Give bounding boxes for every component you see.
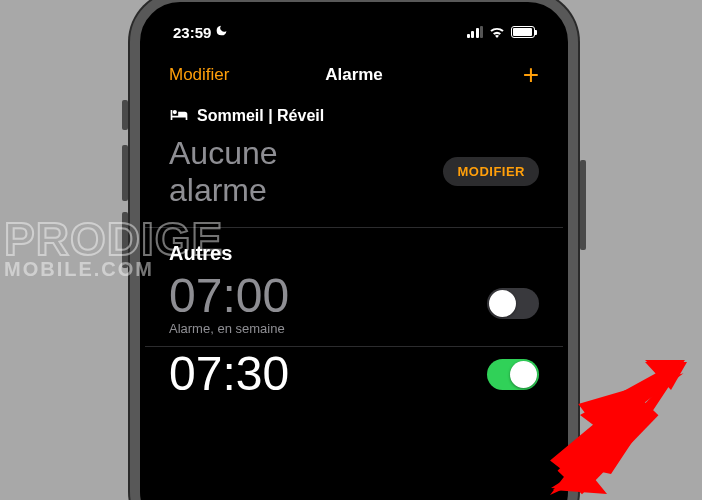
volume-down-button <box>122 212 128 268</box>
svg-marker-2 <box>645 360 685 382</box>
cellular-signal-icon <box>467 26 484 38</box>
bed-icon <box>169 108 189 125</box>
volume-up-button <box>122 145 128 201</box>
sleep-alarm-row: Aucune alarme MODIFIER <box>145 131 563 228</box>
wifi-icon <box>489 24 505 41</box>
alarm-toggle[interactable] <box>487 288 539 319</box>
alarm-toggle[interactable] <box>487 359 539 390</box>
battery-icon <box>511 26 535 38</box>
sleep-section-header: Sommeil | Réveil <box>145 99 563 131</box>
add-alarm-button[interactable]: + <box>523 61 539 89</box>
power-button <box>580 160 586 250</box>
svg-marker-3 <box>645 362 687 390</box>
sleep-section-label: Sommeil | Réveil <box>197 107 324 125</box>
alarm-time: 07:00 <box>169 271 289 321</box>
nav-bar: Modifier Alarme + <box>145 47 563 99</box>
modify-sleep-button[interactable]: MODIFIER <box>443 157 539 186</box>
screen: 23:59 Modifier Alarme + <box>145 7 563 500</box>
notch <box>259 7 449 35</box>
alarm-time: 07:30 <box>169 349 289 399</box>
no-alarm-text: Aucune alarme <box>169 135 278 209</box>
status-time: 23:59 <box>173 24 211 41</box>
alarm-label: Alarme, en semaine <box>169 321 289 336</box>
do-not-disturb-icon <box>215 24 228 40</box>
others-section-header: Autres <box>145 228 563 269</box>
alarm-row[interactable]: 07:30 <box>145 347 563 409</box>
edit-button[interactable]: Modifier <box>169 65 229 85</box>
page-title: Alarme <box>325 65 383 85</box>
alarm-row[interactable]: 07:00 Alarme, en semaine <box>145 269 563 347</box>
mute-switch <box>122 100 128 130</box>
phone-frame: 23:59 Modifier Alarme + <box>130 0 578 500</box>
